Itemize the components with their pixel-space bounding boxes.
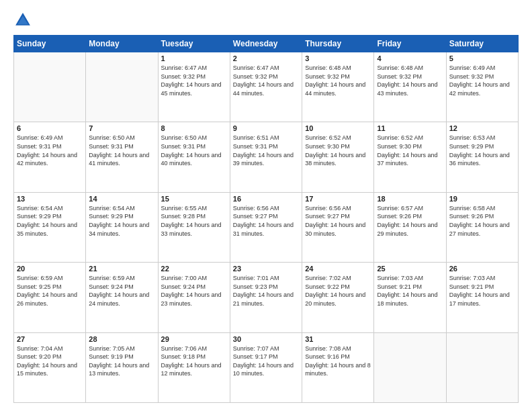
calendar-cell: 5Sunrise: 6:49 AMSunset: 9:32 PMDaylight… <box>446 52 518 122</box>
day-info: Sunrise: 6:57 AMSunset: 9:26 PMDaylight:… <box>377 204 443 238</box>
calendar-week-row: 27Sunrise: 7:04 AMSunset: 9:20 PMDayligh… <box>14 332 519 402</box>
calendar-cell: 23Sunrise: 7:01 AMSunset: 9:23 PMDayligh… <box>230 263 302 332</box>
header <box>13 11 519 30</box>
calendar-cell: 16Sunrise: 6:56 AMSunset: 9:27 PMDayligh… <box>230 192 302 262</box>
day-info: Sunrise: 6:53 AMSunset: 9:29 PMDaylight:… <box>449 134 515 167</box>
calendar-cell <box>86 52 158 122</box>
day-number: 26 <box>449 265 515 273</box>
weekday-header: Friday <box>374 36 446 52</box>
calendar-cell: 31Sunrise: 7:08 AMSunset: 9:16 PMDayligh… <box>302 332 374 402</box>
weekday-header: Tuesday <box>158 36 230 52</box>
calendar-week-row: 6Sunrise: 6:49 AMSunset: 9:31 PMDaylight… <box>14 122 519 192</box>
logo-icon <box>13 11 32 30</box>
day-info: Sunrise: 6:49 AMSunset: 9:31 PMDaylight:… <box>17 134 83 167</box>
day-number: 13 <box>17 195 83 203</box>
calendar-cell: 8Sunrise: 6:50 AMSunset: 9:31 PMDaylight… <box>158 122 230 192</box>
weekday-header-row: SundayMondayTuesdayWednesdayThursdayFrid… <box>14 36 519 52</box>
day-number: 31 <box>305 335 371 343</box>
day-info: Sunrise: 6:54 AMSunset: 9:29 PMDaylight:… <box>17 204 83 238</box>
logo <box>13 11 35 30</box>
day-info: Sunrise: 6:54 AMSunset: 9:29 PMDaylight:… <box>89 204 154 238</box>
day-info: Sunrise: 7:03 AMSunset: 9:21 PMDaylight:… <box>449 274 515 308</box>
day-number: 2 <box>233 54 299 62</box>
day-info: Sunrise: 6:56 AMSunset: 9:27 PMDaylight:… <box>305 204 371 238</box>
calendar-week-row: 1Sunrise: 6:47 AMSunset: 9:32 PMDaylight… <box>14 52 519 122</box>
day-info: Sunrise: 6:49 AMSunset: 9:32 PMDaylight:… <box>449 64 515 97</box>
day-number: 28 <box>89 335 154 343</box>
day-number: 16 <box>233 195 299 203</box>
calendar-cell: 27Sunrise: 7:04 AMSunset: 9:20 PMDayligh… <box>14 332 86 402</box>
day-info: Sunrise: 7:04 AMSunset: 9:20 PMDaylight:… <box>17 345 83 378</box>
day-info: Sunrise: 6:50 AMSunset: 9:31 PMDaylight:… <box>161 134 227 167</box>
calendar-cell: 25Sunrise: 7:03 AMSunset: 9:21 PMDayligh… <box>374 263 446 332</box>
day-info: Sunrise: 7:01 AMSunset: 9:23 PMDaylight:… <box>233 274 299 308</box>
day-info: Sunrise: 6:47 AMSunset: 9:32 PMDaylight:… <box>161 64 227 97</box>
day-number: 5 <box>449 54 515 62</box>
day-info: Sunrise: 7:07 AMSunset: 9:17 PMDaylight:… <box>233 345 299 378</box>
day-info: Sunrise: 6:48 AMSunset: 9:32 PMDaylight:… <box>305 64 371 97</box>
day-number: 9 <box>233 124 299 132</box>
calendar-cell: 6Sunrise: 6:49 AMSunset: 9:31 PMDaylight… <box>14 122 86 192</box>
day-info: Sunrise: 6:47 AMSunset: 9:32 PMDaylight:… <box>233 64 299 97</box>
calendar-cell: 19Sunrise: 6:58 AMSunset: 9:26 PMDayligh… <box>446 192 518 262</box>
calendar-cell: 30Sunrise: 7:07 AMSunset: 9:17 PMDayligh… <box>230 332 302 402</box>
day-number: 1 <box>161 54 227 62</box>
day-info: Sunrise: 7:02 AMSunset: 9:22 PMDaylight:… <box>305 274 371 308</box>
calendar-week-row: 20Sunrise: 6:59 AMSunset: 9:25 PMDayligh… <box>14 263 519 332</box>
weekday-header: Saturday <box>446 36 518 52</box>
calendar-cell: 14Sunrise: 6:54 AMSunset: 9:29 PMDayligh… <box>86 192 158 262</box>
day-number: 25 <box>377 265 443 273</box>
calendar-cell: 9Sunrise: 6:51 AMSunset: 9:31 PMDaylight… <box>230 122 302 192</box>
day-info: Sunrise: 6:59 AMSunset: 9:25 PMDaylight:… <box>17 274 83 308</box>
day-number: 22 <box>161 265 227 273</box>
day-info: Sunrise: 7:05 AMSunset: 9:19 PMDaylight:… <box>89 345 154 378</box>
calendar-cell: 7Sunrise: 6:50 AMSunset: 9:31 PMDaylight… <box>86 122 158 192</box>
day-number: 4 <box>377 54 443 62</box>
calendar-cell: 17Sunrise: 6:56 AMSunset: 9:27 PMDayligh… <box>302 192 374 262</box>
day-info: Sunrise: 6:59 AMSunset: 9:24 PMDaylight:… <box>89 274 154 308</box>
calendar-cell <box>374 332 446 402</box>
calendar-cell: 11Sunrise: 6:52 AMSunset: 9:30 PMDayligh… <box>374 122 446 192</box>
day-number: 20 <box>17 265 83 273</box>
day-number: 18 <box>377 195 443 203</box>
day-info: Sunrise: 7:08 AMSunset: 9:16 PMDaylight:… <box>305 345 371 378</box>
day-info: Sunrise: 7:00 AMSunset: 9:24 PMDaylight:… <box>161 274 227 308</box>
day-info: Sunrise: 6:58 AMSunset: 9:26 PMDaylight:… <box>449 204 515 238</box>
calendar-cell: 29Sunrise: 7:06 AMSunset: 9:18 PMDayligh… <box>158 332 230 402</box>
day-info: Sunrise: 6:48 AMSunset: 9:32 PMDaylight:… <box>377 64 443 97</box>
calendar-cell: 26Sunrise: 7:03 AMSunset: 9:21 PMDayligh… <box>446 263 518 332</box>
calendar-cell: 10Sunrise: 6:52 AMSunset: 9:30 PMDayligh… <box>302 122 374 192</box>
day-number: 6 <box>17 124 83 132</box>
day-number: 24 <box>305 265 371 273</box>
day-info: Sunrise: 6:52 AMSunset: 9:30 PMDaylight:… <box>377 134 443 167</box>
day-info: Sunrise: 6:51 AMSunset: 9:31 PMDaylight:… <box>233 134 299 167</box>
day-info: Sunrise: 6:56 AMSunset: 9:27 PMDaylight:… <box>233 204 299 238</box>
weekday-header: Sunday <box>14 36 86 52</box>
page: SundayMondayTuesdayWednesdayThursdayFrid… <box>0 0 532 411</box>
calendar-cell: 18Sunrise: 6:57 AMSunset: 9:26 PMDayligh… <box>374 192 446 262</box>
calendar-cell: 24Sunrise: 7:02 AMSunset: 9:22 PMDayligh… <box>302 263 374 332</box>
calendar-cell: 2Sunrise: 6:47 AMSunset: 9:32 PMDaylight… <box>230 52 302 122</box>
calendar-cell: 13Sunrise: 6:54 AMSunset: 9:29 PMDayligh… <box>14 192 86 262</box>
day-number: 19 <box>449 195 515 203</box>
weekday-header: Monday <box>86 36 158 52</box>
day-number: 12 <box>449 124 515 132</box>
day-number: 30 <box>233 335 299 343</box>
calendar-cell <box>14 52 86 122</box>
calendar-cell: 3Sunrise: 6:48 AMSunset: 9:32 PMDaylight… <box>302 52 374 122</box>
day-number: 27 <box>17 335 83 343</box>
calendar-cell <box>446 332 518 402</box>
day-info: Sunrise: 6:50 AMSunset: 9:31 PMDaylight:… <box>89 134 154 167</box>
day-number: 10 <box>305 124 371 132</box>
day-number: 8 <box>161 124 227 132</box>
calendar-cell: 12Sunrise: 6:53 AMSunset: 9:29 PMDayligh… <box>446 122 518 192</box>
calendar-cell: 4Sunrise: 6:48 AMSunset: 9:32 PMDaylight… <box>374 52 446 122</box>
day-number: 17 <box>305 195 371 203</box>
day-number: 15 <box>161 195 227 203</box>
weekday-header: Wednesday <box>230 36 302 52</box>
day-number: 7 <box>89 124 154 132</box>
day-info: Sunrise: 6:52 AMSunset: 9:30 PMDaylight:… <box>305 134 371 167</box>
day-number: 29 <box>161 335 227 343</box>
day-number: 3 <box>305 54 371 62</box>
day-number: 11 <box>377 124 443 132</box>
